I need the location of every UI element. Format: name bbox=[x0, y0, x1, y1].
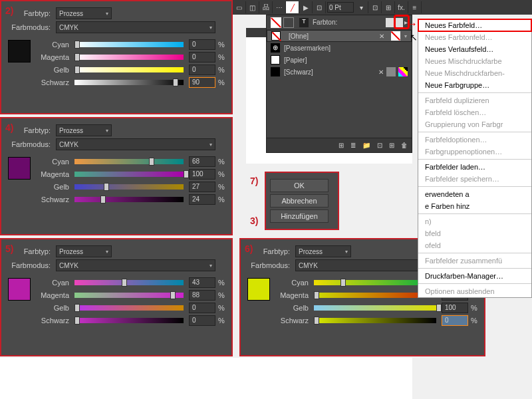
menu-neues-farbtonfeld: Neues Farbtonfeld… bbox=[418, 31, 531, 43]
menu-n: n) bbox=[418, 215, 531, 227]
cyan-input[interactable]: 43 bbox=[189, 277, 215, 288]
menu-zusammen: Farbfelder zusammenfü bbox=[418, 255, 531, 267]
new-group-icon[interactable]: ⊞ bbox=[389, 142, 394, 149]
schwarz-input[interactable]: 0 bbox=[189, 315, 215, 326]
magenta-input[interactable]: 0 bbox=[189, 52, 215, 63]
step-label-2: 2) bbox=[5, 5, 13, 16]
farbmodus-select[interactable]: CMYK bbox=[56, 21, 215, 33]
step-label-7: 7) bbox=[250, 176, 258, 186]
farbtyp-select[interactable]: Prozess bbox=[295, 245, 351, 257]
menu-farbgruppenoptionen: Farbgruppenoptionen… bbox=[418, 146, 531, 158]
color-panel-4: 4) Farbtyp: Prozess Farbmodus: CMYK Cyan… bbox=[0, 117, 233, 235]
color-swatch bbox=[8, 157, 31, 180]
page-bottom bbox=[0, 358, 412, 399]
menu-optionen: Optionen ausblenden bbox=[418, 285, 531, 297]
tool-icon[interactable]: ⋯ bbox=[273, 1, 286, 13]
color-swatch bbox=[8, 40, 31, 63]
swatches-context-menu: Neues Farbfeld… Neues Farbtonfeld… Neues… bbox=[418, 19, 532, 298]
schwarz-input[interactable]: 24 bbox=[189, 194, 215, 205]
step-label-6: 6) bbox=[245, 243, 253, 254]
add-button[interactable]: Hinzufügen bbox=[270, 209, 329, 223]
step-label-3: 3) bbox=[250, 215, 258, 226]
farbmodus-label: Farbmodus: bbox=[8, 23, 56, 31]
arrow-icon: → bbox=[406, 17, 418, 31]
stroke-icon[interactable] bbox=[283, 17, 294, 28]
farbmodus-select[interactable]: CMYK bbox=[56, 259, 215, 271]
tool-icon[interactable]: ▭ bbox=[233, 1, 246, 13]
fx-icon[interactable]: fx. bbox=[395, 1, 408, 13]
swatch-row-schwarz[interactable]: [Schwarz] ✕ bbox=[267, 66, 412, 78]
cursor-icon: ↖ bbox=[410, 32, 418, 43]
tool-icon[interactable]: ◫ bbox=[246, 1, 259, 13]
menu-gruppierung: Gruppierung von Farbgr bbox=[418, 118, 531, 130]
farbtyp-select[interactable]: Prozess bbox=[56, 124, 112, 136]
lock-icon: ✕ bbox=[378, 68, 384, 76]
menu-druckfarben[interactable]: Druckfarben-Manager… bbox=[418, 270, 531, 282]
swatch-row-passermarken[interactable]: ⊕ [Passermarken] bbox=[267, 42, 412, 54]
trash-icon[interactable]: 🗑 bbox=[401, 142, 408, 149]
text-fill-icon[interactable]: T bbox=[299, 18, 309, 27]
swatch-row-papier[interactable]: [Papier] bbox=[267, 54, 412, 66]
farbtyp-label: Farbtyp: bbox=[8, 9, 56, 17]
menu-duplizieren: Farbfeld duplizieren bbox=[418, 94, 531, 106]
view-icon[interactable]: ⊞ bbox=[338, 142, 344, 149]
menu-neues-mischdruck: Neues Mischdruckfarbe bbox=[418, 55, 531, 67]
no-fill-icon[interactable] bbox=[271, 17, 281, 28]
tool-icon[interactable]: ▾ bbox=[355, 1, 368, 13]
menu-ofeld: ofeld bbox=[418, 239, 531, 251]
cyan-input[interactable]: 0 bbox=[189, 39, 215, 50]
gelb-input[interactable]: 100 bbox=[442, 303, 468, 313]
step-label-5: 5) bbox=[5, 243, 13, 254]
tool-icon[interactable]: 品 bbox=[259, 1, 273, 13]
tool-icon[interactable]: ⊡ bbox=[368, 1, 382, 13]
menu-neues-farbfeld[interactable]: Neues Farbfeld… bbox=[418, 19, 531, 31]
pt-input[interactable] bbox=[327, 2, 354, 13]
menu-verwendeten[interactable]: erwendeten a bbox=[418, 188, 531, 200]
menu-farbfeldoptionen: Farbfeldoptionen… bbox=[418, 134, 531, 146]
list-icon[interactable]: ≣ bbox=[350, 142, 356, 149]
cyan-input[interactable]: 68 bbox=[189, 156, 215, 167]
stroke-icon[interactable]: ⊡ bbox=[313, 1, 326, 13]
swatches-panel: T Farbton: ▸ [Ohne] ✕ ⊕ [Passermarken] [… bbox=[266, 15, 412, 153]
farbtyp-select[interactable]: Prozess bbox=[56, 245, 112, 257]
color-panel-2: 2) Farbtyp: Prozess Farbmodus: CMYK Cyan… bbox=[0, 0, 233, 114]
swatches-footer: ⊞ ≣ 📁 ⊡ ⊞ 🗑 bbox=[267, 138, 412, 152]
color-panel-5: 5) Farbtyp: Prozess Farbmodus: CMYK Cyan… bbox=[0, 238, 233, 356]
farbton-label: Farbton: bbox=[313, 19, 337, 26]
menu-neues-verlaufsfeld[interactable]: Neues Verlaufsfeld… bbox=[418, 43, 531, 55]
top-toolbar: ▭ ◫ 品 ⋯ ╱ ▶ ⊡ ▾ ⊡ ⊞ fx. ≡ bbox=[233, 0, 532, 15]
menu-icon[interactable]: ≡ bbox=[408, 1, 422, 13]
magenta-input[interactable]: 88 bbox=[189, 290, 215, 301]
menu-speichern: Farbfelder speichern… bbox=[418, 173, 531, 185]
swatch-row-ohne[interactable]: [Ohne] ✕ bbox=[267, 30, 412, 42]
no-fill-icon[interactable]: ╱ bbox=[286, 1, 299, 13]
magenta-input[interactable]: 100 bbox=[189, 169, 215, 180]
menu-neue-farbgruppe[interactable]: Neue Farbgruppe… bbox=[418, 79, 531, 91]
dialog-buttons: OK Abbrechen Hinzufügen bbox=[265, 172, 339, 230]
schwarz-input[interactable]: 0 bbox=[442, 315, 468, 326]
menu-loeschen: Farbfeld löschen… bbox=[418, 106, 531, 118]
step-label-4: 4) bbox=[5, 122, 13, 133]
gelb-input[interactable]: 0 bbox=[189, 65, 215, 75]
gelb-input[interactable]: 0 bbox=[189, 303, 215, 313]
gelb-input[interactable]: 27 bbox=[189, 182, 215, 192]
new-icon[interactable]: ⊡ bbox=[377, 142, 382, 149]
color-swatch bbox=[8, 278, 31, 301]
menu-laden[interactable]: Farbfelder laden… bbox=[418, 161, 531, 173]
menu-farben-hinz[interactable]: e Farben hinz bbox=[418, 200, 531, 212]
lock-icon: ✕ bbox=[379, 33, 384, 40]
arrow-icon[interactable]: ▶ bbox=[299, 1, 313, 13]
color-swatch bbox=[247, 278, 270, 301]
farbtyp-select[interactable]: Prozess bbox=[56, 7, 112, 19]
menu-neue-mischdruckfarben: Neue Mischdruckfarben- bbox=[418, 67, 531, 79]
tool-icon[interactable]: ⊞ bbox=[382, 1, 395, 13]
schwarz-input[interactable]: 90 bbox=[189, 77, 215, 88]
ok-button[interactable]: OK bbox=[270, 179, 329, 192]
menu-bfeld: bfeld bbox=[418, 227, 531, 239]
cancel-button[interactable]: Abbrechen bbox=[270, 194, 329, 207]
farbmodus-select[interactable]: CMYK bbox=[56, 138, 215, 150]
folder-icon[interactable]: 📁 bbox=[362, 142, 370, 149]
